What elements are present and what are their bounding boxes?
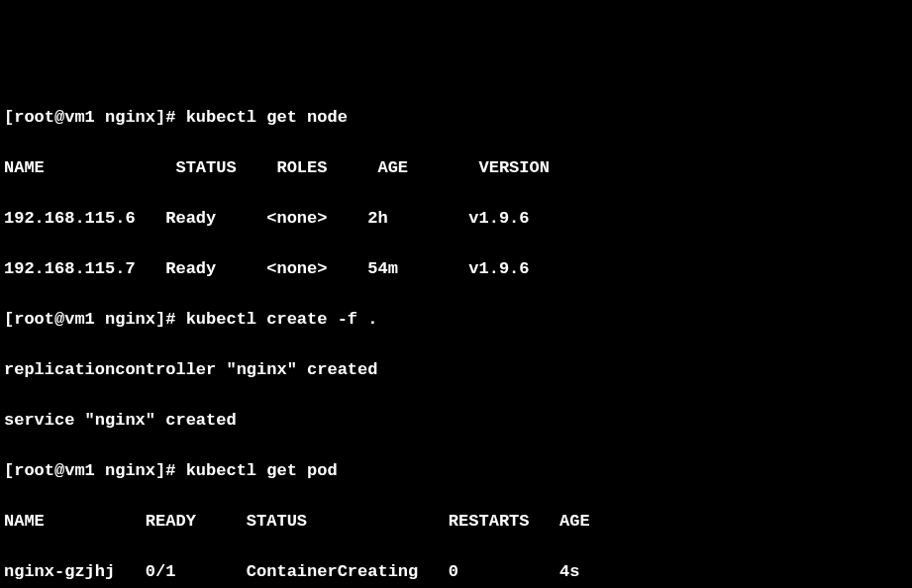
nodes-header: NAME STATUS ROLES AGE VERSION <box>4 155 908 181</box>
command-line-1: [root@vm1 nginx]# kubectl get node <box>4 105 908 131</box>
command-line-2: [root@vm1 nginx]# kubectl create -f . <box>4 307 908 333</box>
command-text: kubectl get node <box>186 108 348 127</box>
output-line: service "nginx" created <box>4 408 908 434</box>
output-line: replicationcontroller "nginx" created <box>4 357 908 383</box>
command-text: kubectl get pod <box>186 461 338 480</box>
shell-prompt: [root@vm1 nginx]# <box>4 310 186 329</box>
table-row: 192.168.115.6 Ready <none> 2h v1.9.6 <box>4 206 908 232</box>
command-text: kubectl create -f . <box>186 310 378 329</box>
table-row: nginx-gzjhj 0/1 ContainerCreating 0 4s <box>4 559 908 585</box>
table-row: 192.168.115.7 Ready <none> 54m v1.9.6 <box>4 256 908 282</box>
pods1-header: NAME READY STATUS RESTARTS AGE <box>4 509 908 535</box>
shell-prompt: [root@vm1 nginx]# <box>4 108 186 127</box>
command-line-3: [root@vm1 nginx]# kubectl get pod <box>4 458 908 484</box>
shell-prompt: [root@vm1 nginx]# <box>4 461 186 480</box>
